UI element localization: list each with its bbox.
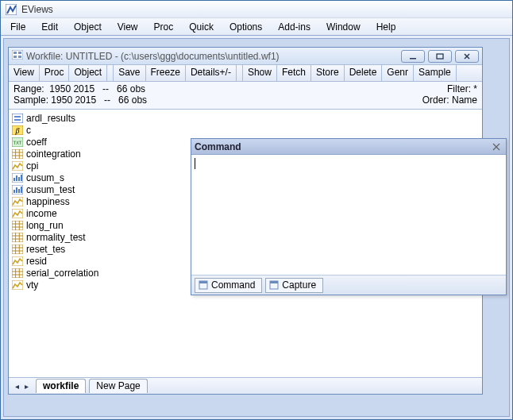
svg-rect-26 (18, 177, 20, 181)
workfile-close-button[interactable] (455, 50, 479, 63)
svg-rect-27 (21, 175, 22, 181)
menu-help[interactable]: Help (370, 20, 403, 34)
svg-rect-24 (14, 178, 15, 181)
app-title: EViews (21, 4, 53, 15)
svg-rect-31 (18, 189, 20, 193)
workfile-object[interactable]: βc (12, 124, 479, 136)
svg-rect-22 (12, 161, 23, 171)
workfile-minimize-button[interactable] (401, 50, 425, 63)
command-tab-command[interactable]: Command (195, 278, 262, 293)
workfile-maximize-button[interactable] (428, 50, 452, 63)
graph-icon (12, 173, 23, 183)
tb-store[interactable]: Store (311, 65, 345, 81)
tb-delete[interactable]: Delete (345, 65, 383, 81)
tb-save[interactable]: Save (114, 65, 145, 81)
menu-quick[interactable]: Quick (183, 20, 220, 34)
panel-icon (269, 280, 279, 290)
svg-rect-34 (12, 209, 23, 218)
tb-freeze[interactable]: Freeze (146, 65, 186, 81)
workfile-object-label: ardl_results (26, 113, 75, 124)
svg-rect-32 (21, 187, 22, 193)
svg-rect-30 (16, 187, 17, 193)
tb-genr[interactable]: Genr (382, 65, 414, 81)
graph-icon (12, 185, 23, 195)
workfile-object-label: resid (26, 256, 47, 267)
page-tab-new[interactable]: New Page (89, 379, 147, 393)
series-icon (12, 209, 23, 218)
menu-edit[interactable]: Edit (35, 20, 64, 34)
menubar: File Edit Object View Proc Quick Options… (1, 18, 512, 36)
svg-rect-6 (410, 58, 416, 60)
svg-rect-51 (12, 268, 23, 278)
workfile-titlebar[interactable]: Workfile: UNTITLED - (c:\users\ggg\docum… (9, 48, 482, 65)
command-input[interactable] (191, 155, 506, 276)
app-window: EViews File Edit Object View Proc Quick … (0, 0, 513, 420)
table-icon (12, 268, 23, 278)
workfile-object-label: c (26, 125, 31, 136)
series-icon (12, 280, 23, 290)
tb-details[interactable]: Details+/- (186, 65, 237, 81)
svg-rect-50 (12, 256, 23, 266)
svg-rect-35 (12, 221, 23, 230)
command-title: Command (195, 141, 241, 152)
workfile-object-label: coeff (26, 137, 47, 148)
workfile-icon (12, 50, 23, 62)
svg-rect-62 (270, 281, 278, 283)
filter-label[interactable]: Filter: * (422, 83, 477, 94)
command-tab-command-label: Command (211, 279, 255, 291)
workfile-title: Workfile: UNTITLED - (c:\users\ggg\docum… (26, 51, 280, 62)
workfile-object-label: cusum_s (26, 172, 64, 183)
range-label[interactable]: Range: 1950 2015 -- 66 obs (14, 83, 422, 94)
command-tab-capture[interactable]: Capture (265, 278, 323, 293)
command-close-button[interactable] (490, 141, 503, 152)
svg-rect-2 (14, 52, 17, 54)
workfile-object[interactable]: ardl_results (12, 112, 479, 124)
svg-rect-45 (12, 245, 23, 254)
workfile-object-label: income (26, 208, 57, 219)
tb-proc[interactable]: Proc (40, 65, 70, 81)
page-tab-active[interactable]: workfile (36, 379, 86, 393)
command-tab-capture-label: Capture (282, 279, 316, 291)
table-icon (12, 245, 23, 254)
tb-view[interactable]: View (9, 65, 40, 81)
eviews-logo-icon (6, 4, 17, 15)
svg-rect-4 (14, 56, 17, 58)
series-icon (12, 197, 23, 206)
menu-options[interactable]: Options (223, 20, 268, 34)
page-nav-right-icon[interactable]: ▸ (21, 380, 31, 391)
workfile-object-label: reset_tes (26, 244, 65, 255)
mdi-workspace: Workfile: UNTITLED - (c:\users\ggg\docum… (3, 38, 510, 417)
svg-rect-5 (18, 56, 21, 58)
tb-fetch[interactable]: Fetch (277, 65, 311, 81)
workfile-object-label: normality_test (26, 232, 86, 243)
workfile-info: Range: 1950 2015 -- 66 obs Filter: * Sam… (9, 82, 482, 110)
workfile-object-label: vty (26, 279, 38, 291)
tb-sample[interactable]: Sample (414, 65, 457, 81)
menu-object[interactable]: Object (68, 20, 108, 34)
page-nav-left-icon[interactable]: ◂ (12, 380, 21, 391)
svg-rect-25 (16, 175, 17, 181)
svg-rect-33 (12, 197, 23, 206)
table-icon (12, 221, 23, 230)
svg-rect-60 (199, 281, 207, 283)
menu-window[interactable]: Window (320, 20, 367, 34)
menu-proc[interactable]: Proc (148, 20, 180, 34)
svg-rect-1 (12, 50, 23, 60)
svg-rect-29 (14, 190, 15, 193)
tb-object2[interactable]: Object (69, 65, 107, 81)
svg-rect-7 (437, 54, 443, 59)
command-pane: Command Command (191, 138, 507, 295)
menu-view[interactable]: View (111, 20, 145, 34)
workfile-object-label: long_run (26, 220, 64, 231)
order-label[interactable]: Order: Name (422, 94, 477, 106)
tb-show[interactable]: Show (243, 65, 277, 81)
menu-addins[interactable]: Add-ins (272, 20, 317, 34)
app-titlebar: EViews (1, 1, 512, 18)
menu-file[interactable]: File (4, 20, 32, 34)
series-icon (12, 161, 23, 171)
svg-text:β: β (15, 126, 20, 135)
workfile-object-label: serial_correlation (26, 268, 98, 279)
sample-label[interactable]: Sample: 1950 2015 -- 66 obs (14, 94, 422, 106)
command-titlebar[interactable]: Command (191, 139, 506, 155)
workfile-object-label: cpi (26, 160, 38, 171)
